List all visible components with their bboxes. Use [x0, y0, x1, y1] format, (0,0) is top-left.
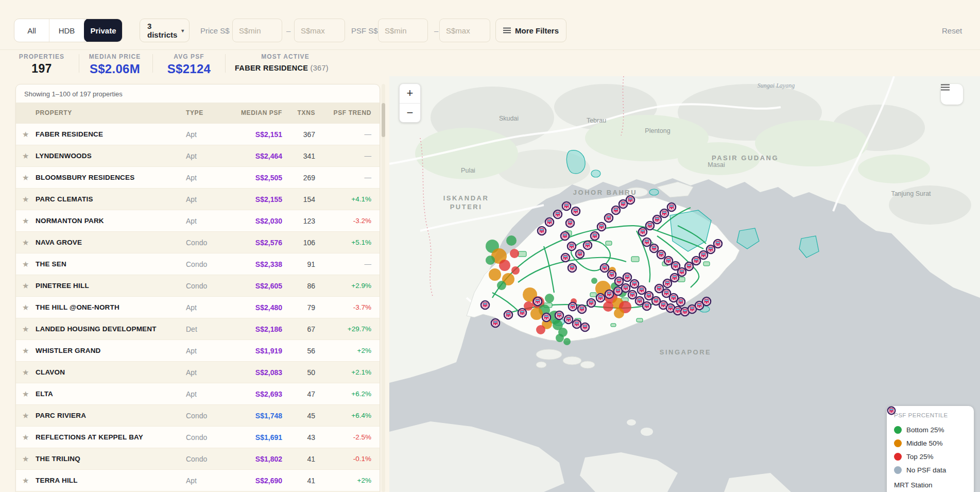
table-row[interactable]: ★THE HILL @ONE-NORTHAptS$2,48079-3.7% — [16, 296, 380, 318]
favorite-star-icon[interactable]: ★ — [22, 195, 36, 204]
table-row[interactable]: ★REFLECTIONS AT KEPPEL BAYCondoS$1,69143… — [16, 426, 380, 448]
mrt-station-marker[interactable] — [583, 241, 592, 249]
map-layers-button[interactable] — [941, 84, 963, 105]
table-row[interactable]: ★LANDED HOUSING DEVELOPMENTDetS$2,18667+… — [16, 318, 380, 340]
property-dot[interactable] — [510, 249, 519, 258]
mrt-station-marker[interactable] — [638, 286, 646, 294]
mrt-station-marker[interactable] — [572, 207, 580, 215]
property-dot[interactable] — [499, 260, 510, 271]
mrt-station-marker[interactable] — [622, 284, 630, 292]
mrt-station-marker[interactable] — [653, 215, 661, 224]
table-row[interactable]: ★NAVA GROVECondoS$2,576106+5.1% — [16, 231, 380, 253]
table-row[interactable]: ★PARC CLEMATISAptS$2,155154+4.1% — [16, 188, 380, 210]
zoom-in-button[interactable]: + — [400, 84, 420, 104]
mrt-station-marker[interactable] — [491, 319, 500, 327]
mrt-station-marker[interactable] — [578, 305, 586, 313]
mrt-station-marker[interactable] — [702, 297, 711, 306]
col-median-psf[interactable]: MEDIAN PSF — [232, 109, 282, 116]
mrt-station-marker[interactable] — [561, 232, 569, 240]
mrt-station-marker[interactable] — [566, 219, 574, 227]
mrt-station-marker[interactable] — [568, 242, 576, 250]
mrt-station-marker[interactable] — [660, 209, 668, 217]
districts-dropdown[interactable]: 3 districts ▾ — [140, 19, 190, 42]
mrt-station-marker[interactable] — [685, 262, 693, 270]
favorite-star-icon[interactable]: ★ — [22, 346, 36, 355]
mrt-station-marker[interactable] — [596, 294, 605, 302]
table-row[interactable]: ★LYNDENWOODSAptS$2,464341— — [16, 145, 380, 166]
price-min-input[interactable] — [232, 19, 282, 42]
table-row[interactable]: ★FABER RESIDENCEAptS$2,151367— — [16, 123, 380, 145]
mrt-station-marker[interactable] — [623, 273, 631, 281]
property-dot[interactable] — [486, 256, 495, 265]
scrollbar-thumb[interactable] — [382, 103, 385, 137]
favorite-star-icon[interactable]: ★ — [22, 303, 36, 312]
favorite-star-icon[interactable]: ★ — [22, 130, 36, 139]
reset-link[interactable]: Reset — [942, 19, 962, 42]
mrt-station-marker[interactable] — [568, 264, 576, 272]
mrt-station-marker[interactable] — [714, 240, 722, 248]
table-row[interactable]: ★TERRA HILLAptS$2,69041+2% — [16, 469, 380, 491]
map-canvas[interactable]: Sungai LayangSkudaiTebrauPlentongPulaiMa… — [389, 76, 980, 492]
zoom-out-button[interactable]: − — [400, 104, 420, 123]
mrt-station-marker[interactable] — [692, 257, 700, 265]
property-dot[interactable] — [591, 278, 597, 284]
mrt-station-marker[interactable] — [605, 214, 613, 222]
favorite-star-icon[interactable]: ★ — [22, 151, 36, 161]
mrt-station-marker[interactable] — [615, 277, 623, 285]
favorite-star-icon[interactable]: ★ — [22, 433, 36, 442]
mrt-station-marker[interactable] — [564, 315, 573, 324]
favorite-star-icon[interactable]: ★ — [22, 411, 36, 420]
mrt-station-marker[interactable] — [663, 279, 672, 287]
mrt-station-marker[interactable] — [481, 301, 489, 309]
psf-max-input[interactable] — [439, 19, 490, 42]
mrt-station-marker[interactable] — [597, 223, 606, 231]
mrt-station-marker[interactable] — [538, 227, 546, 235]
mrt-station-marker[interactable] — [569, 302, 577, 311]
mrt-station-marker[interactable] — [707, 245, 715, 253]
favorite-star-icon[interactable]: ★ — [22, 325, 36, 334]
mrt-station-marker[interactable] — [650, 244, 658, 252]
segment-private[interactable]: Private — [84, 19, 123, 42]
favorite-star-icon[interactable]: ★ — [22, 389, 36, 399]
mrt-station-marker[interactable] — [635, 297, 644, 305]
psf-min-input[interactable] — [378, 19, 428, 42]
more-filters-button[interactable]: More Filters — [495, 19, 566, 42]
mrt-station-marker[interactable] — [534, 297, 542, 306]
mrt-station-marker[interactable] — [670, 274, 679, 282]
col-property[interactable]: PROPERTY — [36, 109, 186, 116]
table-row[interactable]: ★PINETREE HILLCondoS$2,60586+2.9% — [16, 275, 380, 296]
table-row[interactable]: ★ELTAAptS$2,69347+6.2% — [16, 383, 380, 404]
table-row[interactable]: ★BLOOMSBURY RESIDENCESAptS$2,505269— — [16, 166, 380, 188]
favorite-star-icon[interactable]: ★ — [22, 368, 36, 377]
col-psf-trend[interactable]: PSF TREND — [315, 109, 371, 116]
col-type[interactable]: TYPE — [186, 109, 232, 116]
table-row[interactable]: ★THE SENCondoS$2,33891— — [16, 253, 380, 275]
mrt-station-marker[interactable] — [608, 270, 616, 279]
mrt-station-marker[interactable] — [573, 320, 581, 328]
mrt-station-marker[interactable] — [581, 323, 589, 331]
mrt-station-marker[interactable] — [643, 238, 651, 246]
mrt-station-marker[interactable] — [562, 202, 571, 210]
mrt-station-marker[interactable] — [630, 280, 639, 288]
mrt-station-marker[interactable] — [677, 298, 685, 306]
mrt-station-marker[interactable] — [591, 232, 599, 240]
mrt-station-marker[interactable] — [657, 250, 665, 259]
table-row[interactable]: ★CLAVONAptS$2,08350+2.1% — [16, 361, 380, 383]
mrt-station-marker[interactable] — [561, 253, 570, 262]
mrt-station-marker[interactable] — [628, 291, 637, 299]
property-dot[interactable] — [489, 268, 501, 281]
mrt-station-marker[interactable] — [576, 250, 584, 258]
favorite-star-icon[interactable]: ★ — [22, 476, 36, 485]
favorite-star-icon[interactable]: ★ — [22, 238, 36, 247]
property-dot[interactable] — [530, 308, 543, 320]
mrt-station-marker[interactable] — [600, 264, 609, 272]
mrt-station-marker[interactable] — [672, 262, 680, 270]
mrt-station-marker[interactable] — [605, 290, 613, 298]
segment-all[interactable]: All — [14, 19, 49, 42]
mrt-station-marker[interactable] — [554, 210, 562, 218]
property-dot[interactable] — [563, 338, 571, 345]
mrt-station-marker[interactable] — [626, 196, 634, 204]
mrt-station-marker[interactable] — [518, 309, 526, 317]
mrt-station-marker[interactable] — [545, 218, 554, 226]
table-row[interactable]: ★THE TRILINQCondoS$1,80241-0.1% — [16, 448, 380, 469]
